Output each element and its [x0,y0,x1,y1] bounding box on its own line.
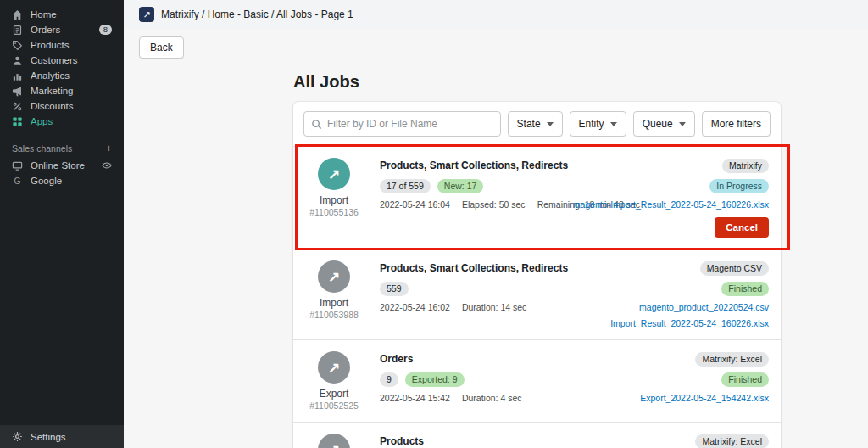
eye-icon[interactable] [102,160,112,171]
job-right-column: MatrixifyIn Progressmagento-Import_Resul… [573,158,769,238]
job-main-column: Products, Smart Collections, Redirects55… [366,260,610,328]
job-right-column: Matrixify: ExcelFinishedExport_2022-05-2… [640,351,769,411]
filter-buttons: StateEntityQueueMore filters [508,111,771,137]
sidebar-item-home[interactable]: Home [0,7,124,22]
filter-button-label: Queue [643,118,673,130]
job-right-column: Matrixify: ExcelFinishedExport_2022-05-2… [640,434,769,448]
sales-channels-header: Sales channels + [0,129,124,158]
job-meta-part: Duration: 14 sec [462,302,526,312]
sidebar-item-label: Products [31,40,69,50]
sidebar-item-label: Orders [31,25,60,35]
filter-button-state[interactable]: State [508,111,563,137]
job-title: Products [380,434,640,448]
export-arrow-icon: ↗ [318,351,350,384]
job-meta-part: 2022-05-24 16:04 [380,199,450,210]
status-badge: In Progress [709,179,769,193]
sidebar-item-label: Customers [31,55,78,65]
filter-bar: StateEntityQueueMore filters [293,102,781,146]
status-badge: Magento CSV [700,261,769,276]
status-badge: New: 17 [437,179,484,193]
job-meta-part: Duration: 4 sec [462,393,522,403]
sidebar-channel-online-store[interactable]: Online Store [0,158,124,173]
result-file-link[interactable]: Import_Result_2022-05-24_160226.xlsx [610,318,769,328]
page-title: All Jobs [293,72,781,92]
sidebar-item-label: Apps [31,116,53,126]
sales-channels-label: Sales channels [12,143,72,154]
back-button[interactable]: Back [139,36,184,59]
job-id: #110052525 [309,400,359,411]
search-box [303,111,501,137]
discounts-icon [12,101,23,112]
filter-button-queue[interactable]: Queue [633,111,695,137]
breadcrumb[interactable]: Matrixify / Home - Basic / All Jobs - Pa… [161,8,353,20]
jobs-card: StateEntityQueueMore filters ↗Import#110… [293,102,781,448]
cancel-button[interactable]: Cancel [715,217,769,238]
job-row: ↗Import#110053988Products, Smart Collect… [293,249,781,339]
job-main-column: Products10Exported: 102022-05-24 13:52Du… [366,434,640,448]
app-window: HomeOrders8ProductsCustomersAnalyticsMar… [0,0,868,448]
gear-icon [12,431,23,442]
products-icon [12,40,23,51]
export-arrow-icon: ↗ [318,434,350,448]
job-meta: 2022-05-24 16:04Elapsed: 50 secRemaining… [380,199,573,210]
sidebar-item-products[interactable]: Products [0,37,124,53]
job-badges: 17 of 559New: 17 [380,179,573,193]
marketing-icon [12,86,23,97]
job-left-column: ↗Import#110055136 [302,158,366,238]
sidebar-item-discounts[interactable]: Discounts [0,98,124,114]
result-file-link[interactable]: magento-Import_Result_2022-05-24_160226.… [573,199,769,210]
filter-button-label: State [517,118,541,130]
svg-text:G: G [14,176,21,186]
analytics-icon [12,70,23,81]
result-file-link[interactable]: Export_2022-05-24_154242.xlsx [640,393,769,403]
status-badge: Matrixify: Excel [695,434,769,448]
job-title: Products, Smart Collections, Redirects [380,159,573,173]
orders-icon [12,25,23,36]
sidebar-item-settings[interactable]: Settings [0,425,124,448]
job-badges: 9Exported: 9 [380,372,640,387]
result-file-link[interactable]: magento_product_20220524.csv [639,302,769,312]
sidebar-item-apps[interactable]: Apps [0,114,124,129]
add-sales-channel-icon[interactable]: + [106,143,112,154]
search-icon [311,119,322,130]
chevron-down-icon [547,122,554,126]
sidebar-item-analytics[interactable]: Analytics [0,68,124,83]
status-badge: Finished [721,282,769,296]
chevron-down-icon [610,122,617,126]
job-row: ↗Export#110037578Products10Exported: 102… [293,422,781,448]
status-badge: 559 [380,282,409,296]
orders-count-badge: 8 [99,25,112,35]
google-icon: G [12,176,23,187]
filter-search-input[interactable] [327,118,493,130]
job-title: Orders [380,352,640,367]
filter-button-label: Entity [579,118,604,130]
channel-label: Online Store [31,160,85,171]
job-left-column: ↗Import#110053988 [302,260,366,328]
filter-button-entity[interactable]: Entity [570,111,626,137]
home-icon [12,9,23,20]
sidebar: HomeOrders8ProductsCustomersAnalyticsMar… [0,0,124,448]
sales-channels-list: Online StoreGGoogle [0,158,124,188]
job-title: Products, Smart Collections, Redirects [380,261,610,276]
sidebar-item-marketing[interactable]: Marketing [0,83,124,98]
job-row: ↗Export#110052525Orders9Exported: 92022-… [293,339,781,422]
job-main-column: Orders9Exported: 92022-05-24 15:42Durati… [366,351,640,411]
sidebar-item-label: Analytics [31,70,70,81]
sidebar-item-orders[interactable]: Orders8 [0,22,124,37]
job-type-label: Export [320,388,349,400]
store-icon [12,160,23,171]
job-type-label: Import [320,297,348,309]
job-meta: 2022-05-24 15:42Duration: 4 sec [380,393,640,403]
filter-button-more-filters[interactable]: More filters [702,111,771,137]
sidebar-item-customers[interactable]: Customers [0,53,124,68]
import-arrow-icon: ↗ [318,260,350,293]
status-badge: Exported: 9 [405,372,465,387]
channel-label: Google [31,176,62,186]
sidebar-nav: HomeOrders8ProductsCustomersAnalyticsMar… [0,0,124,129]
job-left-column: ↗Export#110037578 [302,434,366,448]
customers-icon [12,55,23,66]
job-right-column: Magento CSVFinishedmagento_product_20220… [610,260,769,328]
sidebar-channel-google[interactable]: GGoogle [0,173,124,188]
status-badge: 9 [380,372,398,387]
matrixify-app-icon: ↗ [139,7,154,22]
